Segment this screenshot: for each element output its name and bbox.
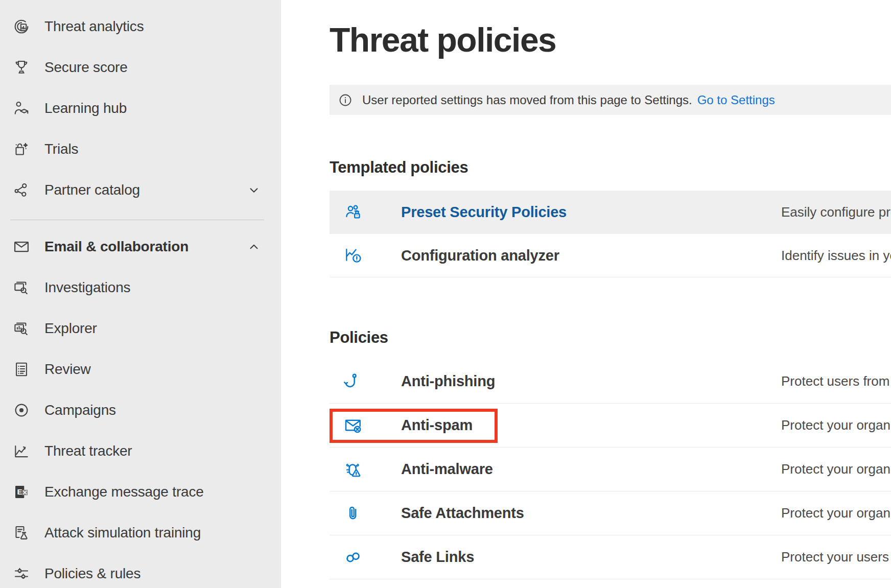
section-heading-policies: Policies	[330, 328, 388, 347]
left-navigation-sidebar: Threat analytics Secure score Learning h…	[0, 0, 281, 588]
safe-links-icon	[342, 547, 364, 568]
anti-phishing-icon	[342, 371, 364, 392]
sidebar-item-label: Explorer	[44, 320, 97, 337]
policy-row-description: Identify issues in you	[781, 248, 891, 264]
sidebar-item-label: Learning hub	[44, 100, 127, 116]
learning-hub-icon	[11, 98, 32, 119]
campaigns-icon	[11, 400, 32, 420]
sidebar-item-explorer[interactable]: Explorer	[0, 308, 281, 349]
policy-row-anti-spam[interactable]: Anti-spam Protect your organiz	[330, 404, 891, 448]
policies-list: Anti-phishing Protect users from p Anti-…	[330, 360, 891, 579]
configuration-analyzer-icon	[342, 245, 364, 266]
sidebar-item-secure-score[interactable]: Secure score	[0, 47, 281, 88]
sidebar-item-label: Campaigns	[44, 402, 116, 418]
sidebar-item-trials[interactable]: Trials	[0, 129, 281, 170]
investigations-icon	[11, 277, 32, 298]
anti-spam-icon	[342, 415, 364, 436]
sidebar-item-attack-simulation-training[interactable]: Attack simulation training	[0, 512, 281, 553]
policy-row-description: Protect your users fr	[781, 549, 891, 565]
banner-message: User reported settings has moved from th…	[362, 93, 692, 107]
policy-row-description: Protect your organiz	[781, 461, 891, 477]
policy-row-label: Preset Security Policies	[401, 204, 567, 221]
go-to-settings-link[interactable]: Go to Settings	[697, 93, 775, 107]
policy-row-safe-attachments[interactable]: Safe Attachments Protect your organiz	[330, 491, 891, 535]
policy-row-label: Configuration analyzer	[401, 247, 559, 264]
policy-row-configuration-analyzer[interactable]: Configuration analyzer Identify issues i…	[330, 234, 891, 277]
sidebar-item-label: Attack simulation training	[44, 525, 201, 541]
policy-row-label: Anti-phishing	[401, 373, 495, 390]
sidebar-item-policies-rules[interactable]: Policies & rules	[0, 553, 281, 588]
info-icon	[338, 92, 354, 108]
sidebar-item-campaigns[interactable]: Campaigns	[0, 390, 281, 431]
threat-policies-page: { "sidebar": { "items_top": [ {"icon": "…	[0, 0, 891, 588]
sidebar-item-label: Secure score	[44, 59, 128, 76]
chevron-down-icon[interactable]	[247, 183, 261, 197]
safe-attachments-icon	[342, 503, 364, 524]
policy-row-description: Easily configure prot	[781, 204, 891, 220]
sidebar-item-threat-analytics[interactable]: Threat analytics	[0, 6, 281, 47]
page-title: Threat policies	[330, 20, 556, 59]
policy-row-label: Safe Attachments	[401, 505, 524, 522]
sidebar-section-label: Email & collaboration	[44, 239, 189, 255]
sidebar-item-label: Policies & rules	[44, 566, 140, 582]
partner-catalog-icon	[11, 180, 32, 200]
sidebar-item-learning-hub[interactable]: Learning hub	[0, 88, 281, 129]
explorer-icon	[11, 318, 32, 339]
sidebar-item-investigations[interactable]: Investigations	[0, 267, 281, 308]
section-heading-templated-policies: Templated policies	[330, 158, 468, 177]
policy-row-label: Anti-malware	[401, 461, 493, 478]
threat-tracker-icon	[11, 441, 32, 461]
chevron-up-icon[interactable]	[247, 240, 261, 253]
sidebar-item-label: Exchange message trace	[44, 484, 204, 500]
anti-malware-icon	[342, 459, 364, 480]
sidebar-item-review[interactable]: Review	[0, 349, 281, 390]
policy-row-safe-links[interactable]: Safe Links Protect your users fr	[330, 535, 891, 579]
attack-simulation-training-icon	[11, 523, 32, 543]
exchange-message-trace-icon: E	[11, 482, 32, 502]
sidebar-section-email-collaboration[interactable]: Email & collaboration	[0, 226, 281, 267]
sidebar-item-label: Threat analytics	[44, 18, 144, 35]
review-icon	[11, 359, 32, 380]
sidebar-item-label: Investigations	[44, 279, 130, 296]
sidebar-item-label: Threat tracker	[44, 443, 132, 459]
trials-icon	[11, 139, 32, 159]
secure-score-icon	[11, 57, 32, 78]
sidebar-item-threat-tracker[interactable]: Threat tracker	[0, 431, 281, 472]
sidebar-item-label: Trials	[44, 141, 78, 157]
policy-row-preset-security-policies[interactable]: Preset Security Policies Easily configur…	[330, 191, 891, 234]
svg-text:E: E	[17, 487, 22, 496]
templated-policies-list: Preset Security Policies Easily configur…	[330, 191, 891, 277]
policies-rules-icon	[11, 563, 32, 584]
info-banner: User reported settings has moved from th…	[330, 85, 891, 115]
sidebar-item-label: Review	[44, 361, 91, 378]
threat-analytics-icon	[11, 16, 32, 37]
sidebar-item-label: Partner catalog	[44, 182, 140, 198]
policy-row-description: Protect users from p	[781, 373, 891, 389]
sidebar-divider	[10, 220, 264, 220]
policy-row-anti-malware[interactable]: Anti-malware Protect your organiz	[330, 448, 891, 491]
policy-row-description: Protect your organiz	[781, 417, 891, 433]
policy-row-description: Protect your organiz	[781, 505, 891, 521]
policy-row-label: Safe Links	[401, 549, 474, 566]
preset-security-policies-icon	[342, 202, 364, 223]
email-collaboration-icon	[11, 237, 32, 257]
policy-row-label: Anti-spam	[401, 417, 473, 434]
policy-row-anti-phishing[interactable]: Anti-phishing Protect users from p	[330, 360, 891, 404]
sidebar-item-exchange-message-trace[interactable]: E Exchange message trace	[0, 472, 281, 512]
sidebar-item-partner-catalog[interactable]: Partner catalog	[0, 170, 281, 210]
